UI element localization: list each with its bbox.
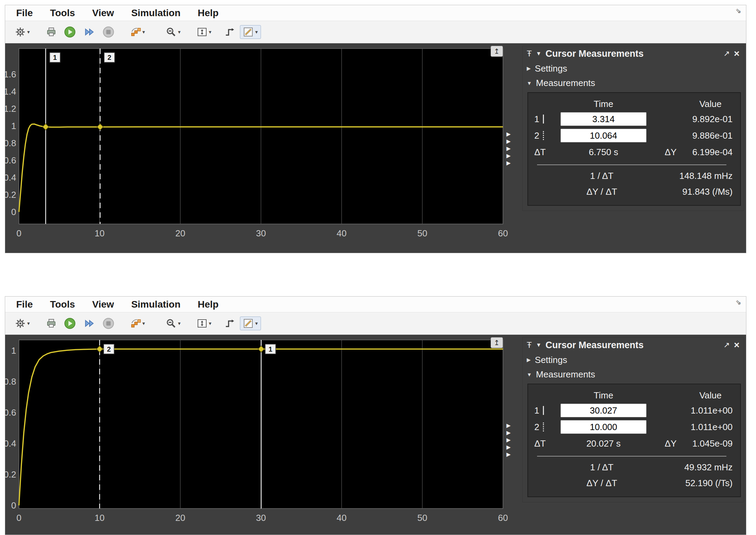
right-arrow-icon: ▶: [506, 451, 511, 458]
close-icon[interactable]: ×: [734, 49, 739, 58]
chevron-down-icon: ▾: [143, 320, 145, 327]
menu-simulation[interactable]: Simulation: [131, 299, 180, 310]
close-icon[interactable]: ×: [734, 340, 739, 350]
svg-text:30: 30: [256, 513, 266, 523]
pin-icon[interactable]: Ŧ: [527, 49, 532, 58]
panel-header: Ŧ ▼ Cursor Measurements ↗ ×: [523, 338, 744, 353]
dock-panel-icon[interactable]: ↥: [491, 337, 503, 348]
svg-text:40: 40: [337, 228, 347, 238]
dy-over-dt-label: ΔY / ΔT: [533, 478, 671, 489]
cursor-measurements-button[interactable]: ▾: [240, 25, 261, 39]
settings-section-toggle[interactable]: ▶ Settings: [523, 61, 744, 76]
measurements-section-toggle[interactable]: ▼ Measurements: [523, 367, 744, 382]
panel-header: Ŧ ▼ Cursor Measurements ↗ ×: [523, 46, 744, 61]
trigger-button[interactable]: [222, 25, 238, 39]
cursor2-time-input[interactable]: [560, 420, 647, 434]
stepping-options-icon: [130, 318, 141, 329]
menu-simulation[interactable]: Simulation: [131, 8, 180, 19]
scope-plot[interactable]: 1.61.41.210.80.60.40.20010203040506012: [5, 44, 518, 253]
chevron-down-icon: ▾: [209, 320, 212, 327]
menubar: File Tools View Simulation Help ⇘: [5, 297, 746, 312]
gear-icon: [15, 318, 25, 329]
menu-tools[interactable]: Tools: [50, 299, 75, 310]
cursor1-time-input[interactable]: [560, 112, 647, 126]
cursor-measurements-panel: Ŧ ▼ Cursor Measurements ↗ × ▶ Settings ▼…: [522, 337, 744, 502]
configuration-properties-button[interactable]: ▾: [12, 317, 33, 330]
cursor-measurements-button[interactable]: ▾: [240, 317, 261, 330]
expand-arrows[interactable]: ▶ ▶ ▶ ▶ ▶: [506, 130, 511, 167]
scope-plot[interactable]: 10.80.60.40.20010203040506012: [5, 335, 518, 535]
fit-to-view-button[interactable]: ▾: [194, 317, 214, 330]
scope-canvas: 10.80.60.40.20010203040506012 ↥ ▶ ▶ ▶ ▶ …: [5, 335, 746, 535]
right-arrow-icon: ▶: [506, 130, 511, 138]
cursor2-value: 1.011e+00: [650, 422, 735, 432]
pin-icon[interactable]: Ŧ: [527, 340, 532, 350]
right-arrow-icon: ▶: [506, 422, 511, 429]
run-button[interactable]: [61, 316, 78, 331]
run-button[interactable]: [61, 25, 78, 39]
step-forward-button[interactable]: [81, 316, 98, 331]
menu-help[interactable]: Help: [198, 8, 219, 19]
menubar-overflow-icon[interactable]: ⇘: [735, 298, 741, 306]
stepping-options-button[interactable]: ▾: [128, 25, 148, 39]
svg-text:0.4: 0.4: [5, 172, 16, 183]
menu-file[interactable]: File: [16, 299, 33, 310]
settings-label: Settings: [535, 355, 567, 365]
cursor1-row: 1 1.011e+00: [533, 402, 735, 419]
right-arrow-icon: ▶: [506, 443, 511, 451]
measurements-section-toggle[interactable]: ▼ Measurements: [523, 76, 744, 90]
svg-text:1: 1: [269, 345, 272, 353]
toolbar: ▾ ▾ ▾ ▾: [5, 21, 746, 43]
print-icon: [46, 27, 56, 37]
zoom-button[interactable]: ▾: [163, 25, 183, 39]
collapse-panel-icon[interactable]: ▼: [536, 342, 542, 348]
menu-view[interactable]: View: [92, 299, 114, 310]
fit-to-view-button[interactable]: ▾: [194, 25, 214, 39]
cursor-measurements-icon: [243, 318, 253, 329]
right-arrow-icon: ▶: [506, 138, 511, 145]
svg-text:0.2: 0.2: [5, 469, 16, 480]
time-column-header: Time: [557, 99, 650, 109]
one-over-dt-label: 1 / ΔT: [533, 462, 671, 473]
dy-over-dt-value: 52.190 (/Ts): [671, 478, 735, 489]
dock-panel-icon[interactable]: ↥: [491, 46, 503, 57]
svg-text:10: 10: [95, 513, 105, 523]
menubar-overflow-icon[interactable]: ⇘: [735, 7, 741, 15]
time-column-header: Time: [557, 390, 650, 401]
svg-text:30: 30: [256, 228, 266, 238]
collapse-panel-icon[interactable]: ▼: [536, 51, 542, 57]
stepping-options-button[interactable]: ▾: [128, 317, 148, 330]
configuration-properties-button[interactable]: ▾: [12, 25, 33, 39]
print-button[interactable]: [43, 317, 59, 330]
svg-text:0.8: 0.8: [5, 138, 16, 148]
expand-arrows[interactable]: ▶ ▶ ▶ ▶ ▶: [506, 422, 511, 458]
settings-section-toggle[interactable]: ▶ Settings: [523, 353, 744, 367]
delta-y-value: 1.045e-09: [691, 438, 735, 449]
cursor2-time-input[interactable]: [560, 129, 647, 142]
settings-label: Settings: [535, 63, 567, 74]
zoom-button[interactable]: ▾: [163, 317, 183, 330]
menu-help[interactable]: Help: [198, 299, 219, 310]
cursor1-id: 1: [533, 405, 557, 416]
trigger-button[interactable]: [222, 317, 238, 330]
cursor1-time-input[interactable]: [560, 404, 647, 417]
right-arrow-icon: ▶: [506, 152, 511, 159]
slope-row: ΔY / ΔT 52.190 (/Ts): [533, 475, 735, 491]
dashed-line-glyph: [543, 131, 544, 140]
panel-title: Cursor Measurements: [546, 340, 644, 351]
scope-canvas: 1.61.41.210.80.60.40.20010203040506012 ↥…: [5, 44, 746, 253]
right-arrow-icon: ▶: [506, 436, 511, 443]
stop-button[interactable]: [100, 316, 117, 331]
undock-icon[interactable]: ↗: [723, 49, 729, 58]
print-button[interactable]: [43, 25, 59, 39]
menu-tools[interactable]: Tools: [50, 8, 75, 19]
menu-file[interactable]: File: [16, 8, 33, 19]
undock-icon[interactable]: ↗: [723, 341, 729, 350]
stop-button[interactable]: [100, 25, 117, 39]
collapsed-arrow-icon: ▶: [527, 357, 531, 363]
chevron-down-icon: ▾: [27, 320, 30, 327]
delta-t-value: 6.750 s: [557, 147, 650, 158]
dy-over-dt-value: 91.843 (/Ms): [671, 186, 735, 197]
menu-view[interactable]: View: [92, 8, 114, 19]
step-forward-button[interactable]: [81, 25, 98, 39]
